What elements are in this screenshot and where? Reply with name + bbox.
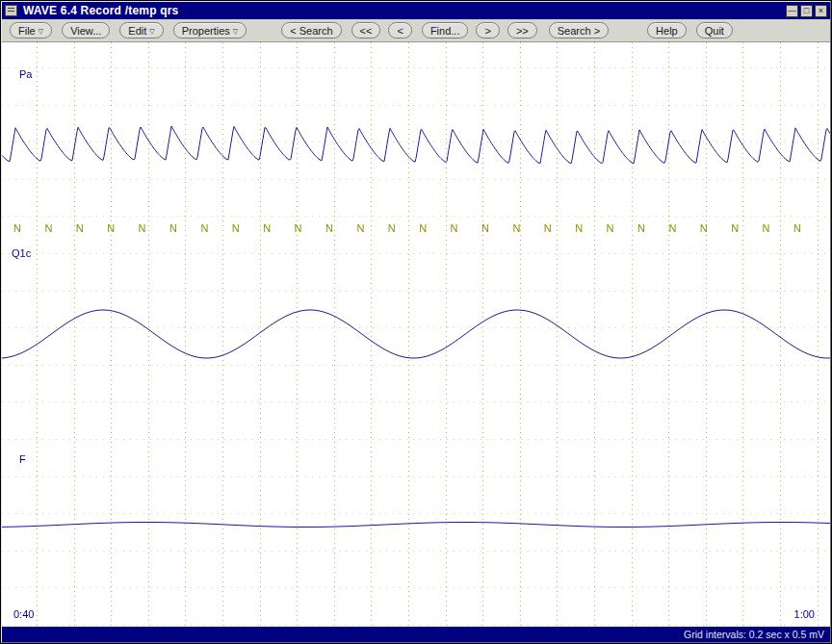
- menu-triangle-icon: ▽: [149, 28, 154, 35]
- button-label: Properties: [182, 25, 230, 37]
- button-page-back[interactable]: <<: [351, 22, 381, 39]
- button-label: Search >: [558, 25, 600, 37]
- button-find[interactable]: Find...: [422, 22, 469, 39]
- button-search-forward[interactable]: Search >: [549, 22, 609, 39]
- button-label: File: [18, 25, 36, 37]
- button-label: <<: [360, 25, 373, 37]
- window-title: WAVE 6.4 Record /temp qrs: [23, 4, 780, 17]
- button-properties[interactable]: Properties▽: [173, 22, 247, 39]
- window-controls: — □ ×: [786, 5, 827, 17]
- button-help[interactable]: Help: [647, 22, 687, 39]
- time-end-label: 1:00: [794, 608, 815, 620]
- button-edit[interactable]: Edit▽: [119, 22, 163, 39]
- button-label: View...: [70, 25, 101, 37]
- toolbar: File▽View...Edit▽Properties▽< Search<<<F…: [2, 19, 830, 42]
- button-quit[interactable]: Quit: [696, 22, 733, 39]
- button-label: < Search: [290, 25, 332, 37]
- window-frame: WAVE 6.4 Record /temp qrs — □ × File▽Vie…: [1, 1, 831, 643]
- menu-triangle-icon: ▽: [39, 28, 43, 35]
- button-label: Help: [656, 25, 678, 37]
- titlebar[interactable]: WAVE 6.4 Record /temp qrs — □ ×: [2, 2, 830, 19]
- statusbar: Grid intervals: 0.2 sec x 0.5 mV: [2, 627, 830, 642]
- button-view[interactable]: View...: [62, 22, 110, 39]
- button-file[interactable]: File▽: [10, 22, 52, 39]
- button-step-forward[interactable]: >: [476, 22, 499, 39]
- button-label: >>: [516, 25, 529, 37]
- time-start-label: 0:40: [13, 608, 34, 620]
- button-label: Find...: [430, 25, 460, 37]
- menu-triangle-icon: ▽: [233, 28, 238, 35]
- window-menu-icon[interactable]: [5, 5, 17, 16]
- minimize-button[interactable]: —: [786, 5, 798, 17]
- button-label: Edit: [128, 25, 146, 37]
- close-button[interactable]: ×: [815, 5, 827, 17]
- maximize-button[interactable]: □: [800, 5, 813, 17]
- button-page-forward[interactable]: >>: [507, 22, 537, 39]
- button-search-back[interactable]: < Search: [281, 22, 341, 39]
- wave-window: WAVE 6.4 Record /temp qrs — □ × File▽Vie…: [0, 0, 832, 644]
- waveform-area[interactable]: PaQ1cF NNNNNNNNNNNNNNNNNNNNNNNNNN 0:40 1…: [2, 42, 830, 627]
- button-label: <: [397, 25, 403, 37]
- waveform-canvas[interactable]: [2, 42, 830, 627]
- grid-interval-text: Grid intervals: 0.2 sec x 0.5 mV: [684, 629, 824, 640]
- button-label: >: [484, 25, 490, 37]
- button-label: Quit: [705, 25, 724, 37]
- button-step-back[interactable]: <: [388, 22, 411, 39]
